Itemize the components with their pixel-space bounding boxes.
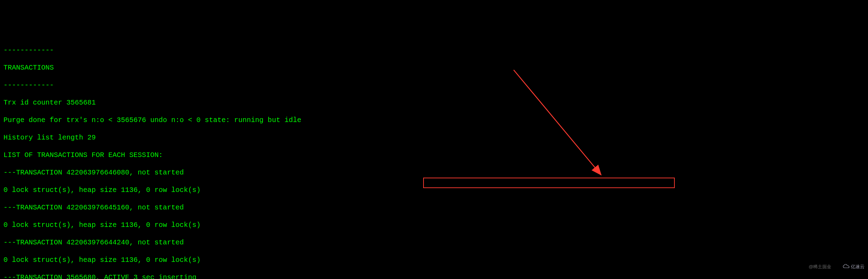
terminal-line: Purge done for trx's n:o < 3565676 undo … — [3, 116, 865, 124]
watermark: @稀土掘金 亿速云 — [809, 258, 865, 276]
watermark-right: 亿速云 — [835, 258, 865, 276]
terminal-line: ---TRANSACTION 3565680, ACTIVE 3 sec ins… — [3, 273, 865, 279]
terminal-line: TRANSACTIONS — [3, 63, 865, 72]
terminal-line: ------------ — [3, 81, 865, 90]
terminal-output: ------------ TRANSACTIONS ------------ T… — [3, 37, 865, 279]
terminal-line: History list length 29 — [3, 133, 865, 142]
terminal-line: LIST OF TRANSACTIONS FOR EACH SESSION: — [3, 151, 865, 159]
cloud-icon — [835, 258, 849, 276]
terminal-line: 0 lock struct(s), heap size 1136, 0 row … — [3, 221, 865, 229]
terminal-line: 0 lock struct(s), heap size 1136, 0 row … — [3, 256, 865, 264]
terminal-line: ---TRANSACTION 422063976645160, not star… — [3, 203, 865, 212]
watermark-right-text: 亿速云 — [851, 264, 865, 270]
terminal-line: 0 lock struct(s), heap size 1136, 0 row … — [3, 186, 865, 194]
terminal-line: Trx id counter 3565681 — [3, 98, 865, 107]
watermark-left: @稀土掘金 — [809, 264, 831, 270]
terminal-line: ---TRANSACTION 422063976646080, not star… — [3, 168, 865, 177]
terminal-line: ---TRANSACTION 422063976644240, not star… — [3, 238, 865, 247]
terminal-line: ------------ — [3, 46, 865, 55]
